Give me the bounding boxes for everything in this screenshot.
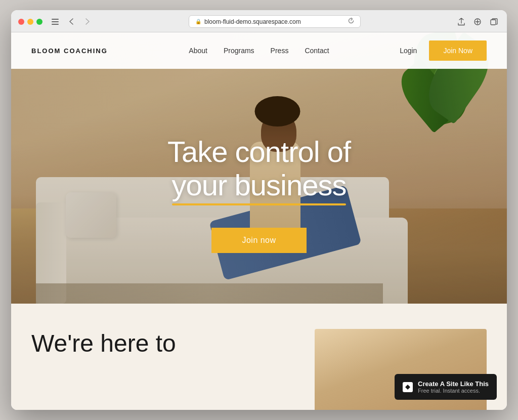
squarespace-logo-icon (403, 382, 413, 392)
close-button[interactable] (18, 19, 24, 25)
duplicate-icon[interactable] (488, 16, 500, 28)
minimize-button[interactable] (27, 19, 33, 25)
nav-item-press[interactable]: Press (271, 46, 289, 55)
hero-headline-line2: your business (172, 169, 347, 202)
traffic-lights (18, 19, 42, 25)
site-logo: BLOOM COACHING (31, 47, 145, 55)
nav-link-programs[interactable]: Programs (224, 47, 254, 55)
new-tab-icon[interactable] (471, 16, 484, 28)
svg-rect-0 (52, 19, 59, 20)
url-text: bloom-fluid-demo.squarespace.com (204, 18, 301, 25)
sidebar-toggle-icon[interactable] (49, 17, 62, 27)
nav-actions: Login Join Now (373, 40, 487, 61)
hero-headline: Take control of your business (107, 135, 411, 202)
svg-rect-2 (52, 24, 59, 25)
nav-item-about[interactable]: About (189, 46, 207, 55)
nav-link-press[interactable]: Press (271, 47, 289, 55)
reload-icon[interactable] (348, 18, 354, 25)
maximize-button[interactable] (36, 19, 42, 25)
below-fold: We're here to Create A Site Like This Fr… (11, 304, 507, 410)
squarespace-badge[interactable]: Create A Site Like This Free trial. Inst… (395, 374, 497, 400)
login-link[interactable]: Login (400, 47, 417, 55)
hero-headline-line1: Take control of (167, 135, 351, 168)
nav-link-about[interactable]: About (189, 47, 207, 55)
address-bar[interactable]: 🔒 bloom-fluid-demo.squarespace.com (189, 15, 361, 28)
join-now-button[interactable]: Join Now (429, 40, 487, 61)
below-fold-heading-text: We're here to (31, 330, 176, 357)
lock-icon: 🔒 (195, 19, 201, 24)
browser-chrome: 🔒 bloom-fluid-demo.squarespace.com (11, 10, 507, 32)
squarespace-badge-text: Create A Site Like This Free trial. Inst… (418, 380, 489, 394)
nav-item-programs[interactable]: Programs (224, 46, 254, 55)
browser-window: 🔒 bloom-fluid-demo.squarespace.com (11, 10, 507, 410)
back-icon[interactable] (65, 17, 78, 27)
hero-content: Take control of your business Join now (107, 135, 411, 253)
share-icon[interactable] (455, 16, 467, 28)
svg-rect-1 (52, 21, 59, 22)
nav-links: About Programs Press Contact (145, 46, 373, 55)
svg-rect-4 (491, 20, 496, 25)
site-header: BLOOM COACHING About Programs Press Cont… (11, 32, 507, 69)
hero-cta-button[interactable]: Join now (211, 228, 306, 253)
browser-controls (49, 17, 94, 27)
nav-link-contact[interactable]: Contact (305, 47, 329, 55)
nav-item-contact[interactable]: Contact (305, 46, 329, 55)
hero-section: BLOOM COACHING About Programs Press Cont… (11, 32, 507, 304)
browser-actions (455, 16, 500, 28)
below-fold-text: We're here to (31, 329, 294, 358)
address-bar-container: 🔒 bloom-fluid-demo.squarespace.com (100, 15, 449, 28)
below-fold-heading: We're here to (31, 329, 294, 358)
forward-icon[interactable] (81, 17, 94, 27)
squarespace-main-text: Create A Site Like This (418, 380, 489, 388)
squarespace-sub-text: Free trial. Instant access. (418, 388, 489, 394)
website: BLOOM COACHING About Programs Press Cont… (11, 32, 507, 410)
